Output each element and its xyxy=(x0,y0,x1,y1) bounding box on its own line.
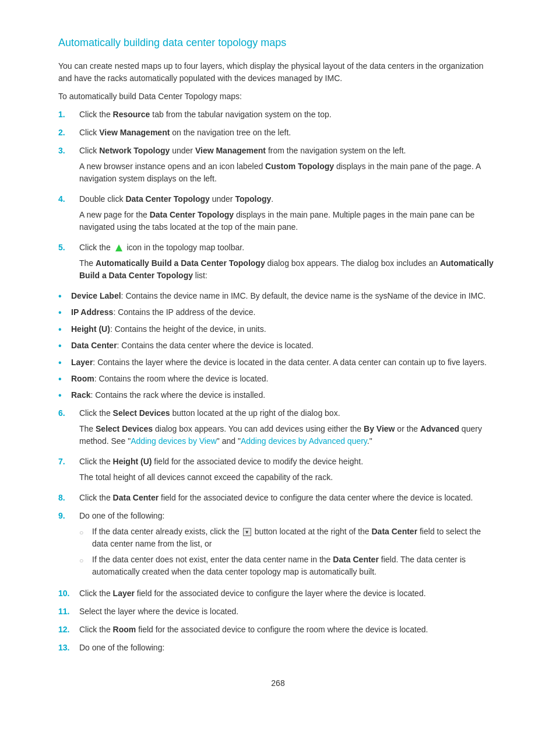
step-6-sub-bold1: Select Devices xyxy=(96,424,153,433)
bullet-rack-text: Rack: Contains the rack where the device… xyxy=(71,389,265,401)
page-number: 268 xyxy=(58,677,498,690)
bullet-device-label-text: Device Label: Contains the device name i… xyxy=(71,290,485,302)
bullet-height: • Height (U): Contains the height of the… xyxy=(58,323,498,336)
step-1-number: 1. xyxy=(58,108,79,121)
step-5: 5. Click the icon in the topology map to… xyxy=(58,242,498,284)
sub-bullet-2: ○ xyxy=(79,555,92,566)
step-3-bold1: Network Topology xyxy=(99,146,170,155)
intro-para-2: To automatically build Data Center Topol… xyxy=(58,90,498,103)
bullet-bold-dc: Data Center xyxy=(71,341,117,350)
step-6-number: 6. xyxy=(58,407,79,419)
step-12-number: 12. xyxy=(58,624,79,636)
step-13-number: 13. xyxy=(58,642,79,654)
step-9-sub-2-text: If the data center does not exist, enter… xyxy=(92,554,498,578)
step-9-sub-1-text: If the data center already exists, click… xyxy=(92,526,498,550)
bullet-layer: • Layer: Contains the layer where the de… xyxy=(58,356,498,369)
step-4-bold1: Data Center Topology xyxy=(125,194,209,204)
step-3-number: 3. xyxy=(58,145,79,157)
steps-list: 1. Click the Resource tab from the tabul… xyxy=(58,108,498,284)
step-8-bold: Data Center xyxy=(113,493,159,502)
bullet-rack: • Rack: Contains the rack where the devi… xyxy=(58,389,498,402)
step-11-number: 11. xyxy=(58,606,79,618)
step-9-sub-2: ○ If the data center does not exist, ent… xyxy=(79,554,498,578)
step-10-content: Click the Layer field for the associated… xyxy=(79,587,498,600)
bullet-bold-height: Height (U) xyxy=(71,324,110,334)
step-2: 2. Click View Management on the navigati… xyxy=(58,127,498,139)
step-4-sub-bold: Data Center Topology xyxy=(150,210,234,219)
step-10: 10. Click the Layer field for the associ… xyxy=(58,587,498,600)
step-12: 12. Click the Room field for the associa… xyxy=(58,624,498,636)
step-4-number: 4. xyxy=(58,193,79,205)
intro-para-1: You can create nested maps up to four la… xyxy=(58,60,498,85)
step-11-content: Select the layer where the device is loc… xyxy=(79,606,498,618)
step-3-bold2: View Management xyxy=(195,146,266,155)
bullet-data-center-text: Data Center: Contains the data center wh… xyxy=(71,340,314,352)
step-5-sub: The Automatically Build a Data Center To… xyxy=(79,257,498,282)
step-6: 6. Click the Select Devices button locat… xyxy=(58,407,498,450)
step-7-bold: Height (U) xyxy=(113,457,152,466)
step-5-content: Click the icon in the topology map toolb… xyxy=(79,242,498,284)
step-9-sub-1-bold: Data Center xyxy=(372,527,418,536)
step-5-number: 5. xyxy=(58,242,79,254)
step-3-sub-bold: Custom Topology xyxy=(265,162,334,171)
bullet-bold-rack: Rack xyxy=(71,390,90,400)
link-adding-by-advanced[interactable]: Adding devices by Advanced query xyxy=(241,436,367,446)
step-4-sub: A new page for the Data Center Topology … xyxy=(79,209,498,233)
step-4-bold2: Topology xyxy=(235,194,271,204)
step-4-content: Double click Data Center Topology under … xyxy=(79,193,498,236)
step-11: 11. Select the layer where the device is… xyxy=(58,606,498,618)
step-4: 4. Double click Data Center Topology und… xyxy=(58,193,498,236)
step-6-sub-bold3: Advanced xyxy=(420,424,459,433)
step-3: 3. Click Network Topology under View Man… xyxy=(58,145,498,187)
step-3-sub: A new browser instance opens and an icon… xyxy=(79,160,498,185)
bullet-bold-device-label: Device Label xyxy=(71,291,121,300)
bullet-room-text: Room: Contains the room where the device… xyxy=(71,373,269,385)
bullet-dot-4: • xyxy=(58,340,71,352)
bullet-room: • Room: Contains the room where the devi… xyxy=(58,373,498,386)
step-7: 7. Click the Height (U) field for the as… xyxy=(58,456,498,486)
svg-marker-0 xyxy=(115,244,122,251)
bullet-bold-layer: Layer xyxy=(71,358,93,367)
topology-fields-list: • Device Label: Contains the device name… xyxy=(58,290,498,402)
dropdown-btn-icon: ▼ xyxy=(243,528,251,536)
step-5-sub-bold1: Automatically Build a Data Center Topolo… xyxy=(96,258,265,268)
bullet-ip-address-text: IP Address: Contains the IP address of t… xyxy=(71,306,256,318)
step-7-sub: The total height of all devices cannot e… xyxy=(79,471,498,484)
step-12-content: Click the Room field for the associated … xyxy=(79,624,498,636)
step-3-content: Click Network Topology under View Manage… xyxy=(79,145,498,187)
bullet-height-text: Height (U): Contains the height of the d… xyxy=(71,323,266,335)
step-9-content: Do one of the following: ○ If the data c… xyxy=(79,510,498,582)
step-1-content: Click the Resource tab from the tabular … xyxy=(79,108,498,121)
bullet-dot-6: • xyxy=(58,373,71,386)
bullet-data-center: • Data Center: Contains the data center … xyxy=(58,340,498,352)
step-10-bold: Layer xyxy=(113,589,135,598)
step-8-number: 8. xyxy=(58,492,79,504)
step-1: 1. Click the Resource tab from the tabul… xyxy=(58,108,498,121)
step-9-sub-1: ○ If the data center already exists, cli… xyxy=(79,526,498,550)
step-13-content: Do one of the following: xyxy=(79,642,498,654)
bullet-dot-5: • xyxy=(58,356,71,369)
step-8-content: Click the Data Center field for the asso… xyxy=(79,492,498,504)
bullet-dot-7: • xyxy=(58,389,71,402)
bullet-dot-3: • xyxy=(58,323,71,336)
bullet-bold-room: Room xyxy=(71,374,94,383)
step-6-sub: The Select Devices dialog box appears. Y… xyxy=(79,423,498,447)
step-2-number: 2. xyxy=(58,127,79,139)
bullet-device-label: • Device Label: Contains the device name… xyxy=(58,290,498,303)
step-9-sub-2-bold: Data Center xyxy=(333,555,379,564)
page-container: Automatically building data center topol… xyxy=(0,0,556,756)
link-adding-by-view[interactable]: Adding devices by View xyxy=(131,436,217,446)
bullet-dot-1: • xyxy=(58,290,71,303)
step-2-content: Click View Management on the navigation … xyxy=(79,127,498,139)
bullet-ip-address: • IP Address: Contains the IP address of… xyxy=(58,306,498,319)
step-9: 9. Do one of the following: ○ If the dat… xyxy=(58,510,498,582)
topology-icon xyxy=(114,243,124,253)
step-9-sub-list: ○ If the data center already exists, cli… xyxy=(79,526,498,578)
step-12-bold: Room xyxy=(113,625,136,634)
step-7-content: Click the Height (U) field for the assoc… xyxy=(79,456,498,486)
step-9-number: 9. xyxy=(58,510,79,522)
bullet-dot-2: • xyxy=(58,306,71,319)
sub-bullet-1: ○ xyxy=(79,527,92,538)
step-6-sub-bold2: By View xyxy=(364,424,395,433)
step-10-number: 10. xyxy=(58,587,79,600)
